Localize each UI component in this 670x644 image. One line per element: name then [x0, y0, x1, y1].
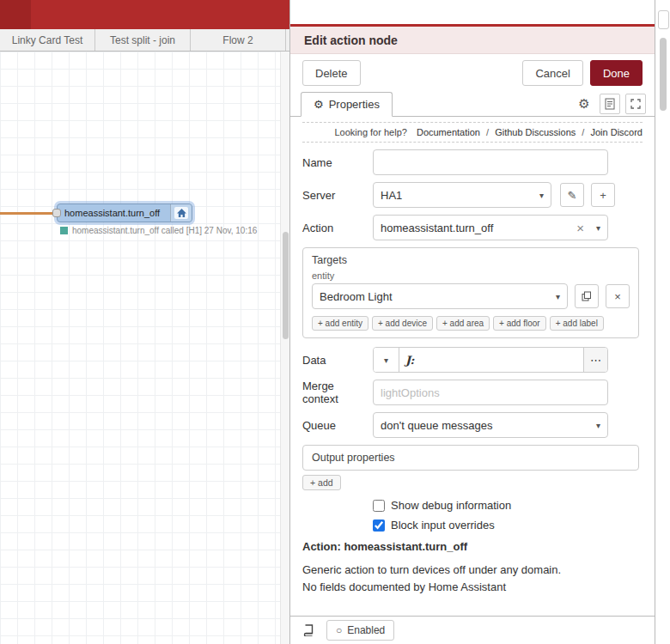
chevron-down-icon: ▾	[533, 191, 544, 200]
expand-tray-button[interactable]	[625, 94, 646, 114]
server-select-value: HA1	[381, 189, 402, 202]
queue-select-value: don't queue messages	[381, 419, 492, 432]
node-help-button[interactable]	[299, 621, 318, 640]
merge-context-input[interactable]	[373, 380, 608, 405]
remove-entity-button[interactable]: ×	[606, 284, 630, 308]
flow-tab-bar: Linky Card Test Test split - join Flow 2	[0, 29, 289, 52]
delete-button[interactable]: Delete	[302, 60, 361, 86]
node-status-text: homeassistant.turn_off called [H1] 27 No…	[72, 226, 257, 235]
override-checkbox-row: Block input overrides	[373, 519, 639, 532]
entity-select-value: Bedroom Light	[320, 290, 393, 303]
add-area-button[interactable]: + add area	[436, 316, 490, 331]
targets-section: Targets entity Bedroom Light ▾ ×	[302, 247, 639, 338]
entity-label: entity	[312, 270, 630, 281]
flow-tab-flow-2[interactable]: Flow 2	[191, 29, 286, 51]
edit-server-button[interactable]: ✎	[560, 183, 584, 207]
workspace-scrollbar[interactable]	[280, 52, 289, 644]
flow-tab-label: Linky Card Test	[12, 34, 82, 46]
gear-icon: ⚙	[578, 96, 589, 112]
workspace-scrollbar-thumb[interactable]	[283, 232, 289, 339]
flow-canvas[interactable]: homeassistant.turn_off homeassistant.tur…	[0, 52, 280, 644]
menu-button[interactable]	[0, 0, 31, 29]
edit-tray: Edit action node Delete Cancel Done ⚙ Pr…	[290, 24, 655, 644]
node-description-button[interactable]	[600, 94, 620, 114]
queue-row: Queue don't queue messages ▾	[302, 412, 608, 438]
data-row: Data ▾ J: ⋯	[302, 347, 608, 373]
server-label: Server	[302, 189, 373, 202]
flow-tab-test-split-join[interactable]: Test split - join	[95, 29, 191, 51]
chevron-down-icon: ▾	[384, 355, 388, 365]
node-enabled-toggle[interactable]: ○ Enabled	[326, 620, 394, 641]
jsonata-type-indicator: J:	[399, 348, 420, 372]
sidebar-edge	[655, 0, 670, 644]
merge-context-label: Merge context	[302, 380, 373, 405]
targets-title: Targets	[312, 254, 630, 266]
plus-icon: +	[600, 189, 606, 202]
server-select[interactable]: HA1 ▾	[373, 182, 551, 208]
server-row: Server HA1 ▾ ✎ +	[302, 182, 608, 208]
flow-tab-label: Flow 2	[222, 34, 253, 46]
circle-icon: ○	[336, 624, 342, 636]
sidebar-scrollbar-thumb[interactable]	[660, 38, 667, 111]
name-input[interactable]	[373, 149, 608, 175]
data-typed-input: ▾ J: ⋯	[373, 347, 608, 373]
data-input[interactable]	[420, 348, 583, 372]
join-discord-link[interactable]: Join Discord	[590, 127, 643, 137]
clear-action-icon[interactable]: ×	[576, 221, 584, 235]
node-icon-box	[170, 204, 192, 222]
queue-select[interactable]: don't queue messages ▾	[373, 412, 608, 438]
pencil-icon: ✎	[568, 189, 577, 202]
entity-row: Bedroom Light ▾ ×	[312, 283, 630, 309]
book-icon	[302, 624, 314, 636]
properties-form: Name Server HA1 ▾ ✎ +	[290, 143, 655, 595]
node-homeassistant-turn-off[interactable]: homeassistant.turn_off	[57, 204, 192, 222]
add-entity-button[interactable]: + add entity	[312, 316, 368, 331]
action-value: homeassistant.turn_off	[381, 222, 568, 234]
tray-toolbar: Delete Cancel Done	[290, 54, 655, 92]
tray-tabs: ⚙ Properties ⚙	[290, 92, 655, 117]
status-dot-icon	[60, 227, 68, 234]
chevron-down-icon[interactable]: ▾	[593, 223, 600, 233]
debug-checkbox-row: Show debug information	[373, 499, 639, 512]
gear-icon: ⚙	[314, 98, 324, 111]
add-device-button[interactable]: + add device	[372, 316, 433, 331]
add-floor-button[interactable]: + add floor	[493, 316, 546, 331]
documentation-link[interactable]: Documentation	[417, 127, 480, 137]
node-status: homeassistant.turn_off called [H1] 27 No…	[60, 226, 257, 235]
github-discussions-link[interactable]: Github Discussions	[495, 127, 576, 137]
queue-label: Queue	[302, 419, 373, 432]
action-row: Action homeassistant.turn_off × ▾	[302, 215, 608, 240]
flow-tab-linky-card-test[interactable]: Linky Card Test	[0, 29, 95, 51]
add-server-button[interactable]: +	[591, 183, 615, 207]
edit-tray-column: Edit action node Delete Cancel Done ⚙ Pr…	[289, 0, 655, 644]
tray-tab-icon-buttons: ⚙	[574, 94, 646, 114]
expand-expression-button[interactable]: ⋯	[583, 348, 607, 372]
action-label: Action	[302, 222, 373, 234]
block-input-overrides-label: Block input overrides	[391, 519, 495, 532]
show-debug-checkbox[interactable]	[373, 500, 385, 512]
action-doc-description: Generic action to turn devices off under…	[302, 562, 639, 595]
data-type-select[interactable]: ▾	[374, 348, 399, 372]
action-combobox[interactable]: homeassistant.turn_off × ▾	[373, 215, 608, 240]
copy-entity-button[interactable]	[575, 284, 599, 308]
output-properties-section: Output properties	[302, 445, 639, 471]
node-settings-button[interactable]: ⚙	[574, 94, 594, 114]
done-button[interactable]: Done	[590, 60, 643, 86]
add-label-button[interactable]: + add label	[550, 316, 604, 331]
block-input-overrides-checkbox[interactable]	[373, 519, 385, 532]
chevron-down-icon: ▾	[549, 292, 560, 301]
target-add-buttons: + add entity + add device + add area + a…	[312, 316, 630, 331]
cancel-button[interactable]: Cancel	[522, 60, 582, 86]
add-output-property-button[interactable]: + add	[302, 475, 341, 490]
entity-select[interactable]: Bedroom Light ▾	[312, 283, 568, 309]
help-separator: /	[582, 127, 584, 137]
node-input-port[interactable]	[52, 209, 61, 217]
sidebar-edge-button[interactable]	[658, 10, 669, 29]
ellipsis-icon: ⋯	[590, 354, 601, 367]
chevron-down-icon: ▾	[589, 421, 600, 430]
node-red-app: Linky Card Test Test split - join Flow 2…	[0, 0, 670, 644]
tab-properties[interactable]: ⚙ Properties	[301, 92, 393, 117]
wire[interactable]	[0, 212, 58, 215]
action-doc-line-2: No fields documented by Home Assistant	[302, 579, 639, 596]
data-label: Data	[302, 354, 373, 367]
